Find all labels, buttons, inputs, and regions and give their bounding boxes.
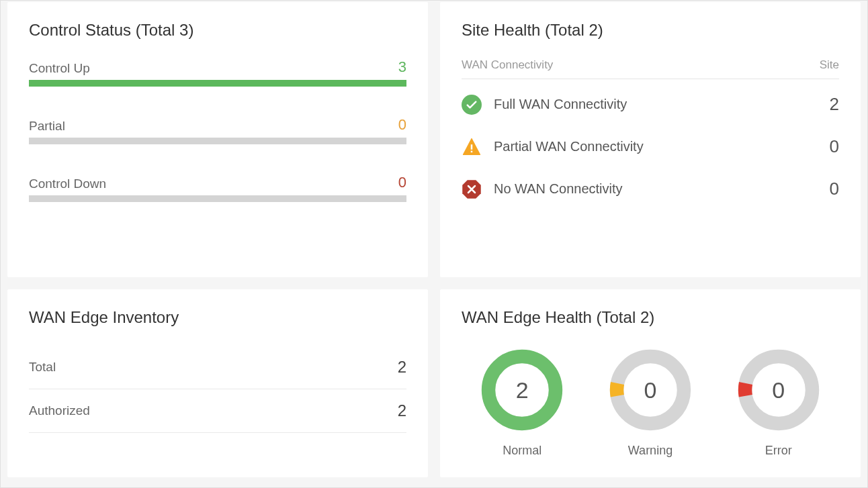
control-up-label: Control Up [29, 61, 90, 76]
donut-normal[interactable]: 2 Normal [478, 346, 566, 458]
donut-row: 2 Normal 0 Warning [462, 346, 839, 458]
dashboard-grid: Control Status (Total 3) Control Up 3 Pa… [1, 1, 867, 484]
donut-error[interactable]: 0 Error [734, 346, 823, 458]
partial-wan-label: Partial WAN Connectivity [494, 139, 830, 154]
partial-label: Partial [29, 119, 65, 134]
full-wan-row[interactable]: Full WAN Connectivity 2 [462, 94, 839, 115]
partial-value: 0 [398, 116, 406, 134]
donut-normal-label: Normal [503, 444, 541, 458]
svg-point-0 [462, 95, 482, 115]
no-wan-label: No WAN Connectivity [494, 181, 830, 197]
control-up-bar [29, 80, 406, 87]
partial-bar [29, 138, 406, 144]
partial-wan-row[interactable]: Partial WAN Connectivity 0 [462, 136, 839, 157]
partial-row[interactable]: Partial 0 [29, 116, 406, 144]
check-circle-icon [462, 95, 482, 115]
wan-inventory-panel: WAN Edge Inventory Total 2 Authorized 2 [7, 289, 428, 477]
site-health-title: Site Health (Total 2) [462, 21, 839, 40]
inventory-total-value: 2 [398, 358, 406, 377]
donut-error-value: 0 [734, 346, 823, 434]
site-header: Site [820, 58, 839, 72]
inventory-total-row[interactable]: Total 2 [29, 346, 406, 389]
control-down-bar [29, 195, 406, 202]
control-status-panel: Control Status (Total 3) Control Up 3 Pa… [7, 2, 428, 277]
no-wan-row[interactable]: No WAN Connectivity 0 [462, 179, 839, 199]
donut-warning-value: 0 [606, 346, 695, 434]
control-status-title: Control Status (Total 3) [29, 21, 406, 40]
donut-warning-label: Warning [628, 444, 672, 458]
donut-normal-value: 2 [478, 346, 566, 434]
control-up-row[interactable]: Control Up 3 [29, 58, 406, 87]
site-health-header: WAN Connectivity Site [462, 58, 839, 79]
inventory-authorized-label: Authorized [29, 403, 90, 418]
full-wan-value: 2 [830, 94, 839, 115]
wan-health-panel: WAN Edge Health (Total 2) 2 Normal [440, 289, 861, 477]
donut-warning[interactable]: 0 Warning [606, 346, 695, 458]
inventory-authorized-value: 2 [398, 401, 406, 420]
control-up-value: 3 [398, 58, 406, 76]
svg-rect-1 [471, 144, 473, 150]
site-health-panel: Site Health (Total 2) WAN Connectivity S… [440, 2, 861, 277]
control-down-label: Control Down [29, 177, 106, 191]
warn-triangle-icon [462, 137, 482, 157]
control-down-value: 0 [398, 174, 406, 191]
wan-inventory-title: WAN Edge Inventory [29, 308, 406, 327]
control-down-row[interactable]: Control Down 0 [29, 174, 406, 202]
error-octagon-icon [462, 179, 482, 199]
svg-rect-2 [471, 150, 473, 152]
wan-connectivity-header: WAN Connectivity [462, 58, 553, 72]
full-wan-label: Full WAN Connectivity [494, 97, 830, 112]
inventory-total-label: Total [29, 360, 56, 375]
donut-error-label: Error [765, 444, 792, 458]
partial-wan-value: 0 [830, 136, 839, 157]
wan-health-title: WAN Edge Health (Total 2) [462, 308, 839, 327]
no-wan-value: 0 [830, 179, 839, 199]
inventory-authorized-row[interactable]: Authorized 2 [29, 389, 406, 433]
